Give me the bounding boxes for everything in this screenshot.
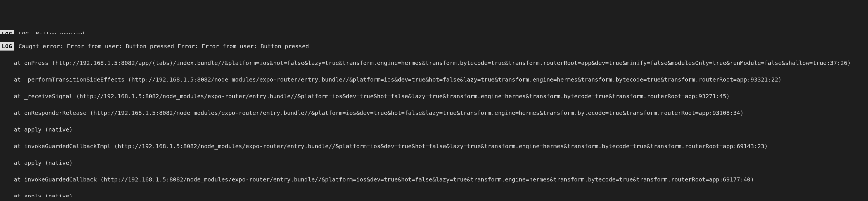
stack-line: at invokeGuardedCallback (http://192.168… (0, 175, 868, 184)
stack-line: at apply (native) (0, 159, 868, 167)
stack-line: at apply (native) (0, 126, 868, 134)
log-badge: LOG (0, 30, 14, 34)
log-partial-text: LOG Button pressed (15, 30, 84, 34)
stack-line: at invokeGuardedCallbackImpl (http://192… (0, 142, 868, 150)
stack-line: at apply (native) (0, 192, 868, 197)
stack-line: at _receiveSignal (http://192.168.1.5:80… (0, 92, 868, 100)
stack-line: at _performTransitionSideEffects (http:/… (0, 75, 868, 84)
log-line: LOG Caught error: Error from user: Butto… (0, 42, 868, 51)
log-message: Caught error: Error from user: Button pr… (19, 43, 309, 50)
stack-line: at onResponderRelease (http://192.168.1.… (0, 109, 868, 117)
log-line-partial: LOG LOG Button pressed (0, 30, 868, 34)
stack-line: at onPress (http://192.168.1.5:8082/app/… (0, 59, 868, 67)
log-badge: LOG (0, 42, 14, 51)
